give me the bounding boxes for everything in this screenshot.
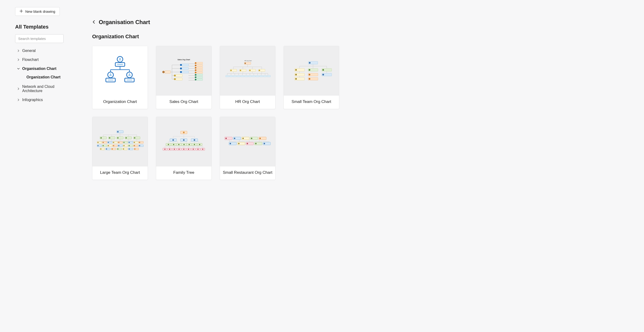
svg-rect-34 <box>196 67 203 69</box>
svg-point-135 <box>100 149 102 150</box>
svg-point-193 <box>242 138 244 139</box>
svg-point-157 <box>168 144 169 145</box>
svg-point-13 <box>129 73 130 75</box>
template-card-sales-org-chart[interactable]: Sales Org Chart <box>156 46 212 109</box>
svg-point-127 <box>124 145 125 146</box>
tree-subitem-organization-chart[interactable]: Organization Chart <box>15 73 78 82</box>
tree-item-network-cloud[interactable]: Network and Cloud Architecture <box>15 82 78 95</box>
svg-point-21 <box>180 67 182 69</box>
svg-point-109 <box>124 142 125 143</box>
svg-point-85 <box>309 78 310 80</box>
chevron-right-icon <box>17 98 20 101</box>
svg-point-155 <box>194 139 195 141</box>
svg-point-83 <box>295 78 297 80</box>
tree-item-flowchart[interactable]: Flowchart <box>15 55 78 64</box>
svg-point-39 <box>195 74 196 76</box>
plus-icon <box>20 9 23 13</box>
chevron-right-icon <box>17 49 20 52</box>
svg-point-89 <box>100 137 102 139</box>
tree-item-infographics[interactable]: Infographics <box>15 95 78 104</box>
svg-rect-67 <box>267 75 270 77</box>
svg-rect-57 <box>230 75 233 77</box>
svg-point-37 <box>195 72 196 73</box>
new-blank-button[interactable]: New blank drawing <box>15 7 60 16</box>
svg-point-117 <box>98 145 99 146</box>
template-card-organization-chart[interactable]: Organization Chart <box>92 46 148 109</box>
template-card-hr-org-chart[interactable]: HR Org Chart <box>220 46 276 109</box>
chevron-right-icon <box>17 87 20 90</box>
svg-point-179 <box>183 149 184 150</box>
svg-point-91 <box>109 137 110 139</box>
svg-rect-28 <box>176 78 182 80</box>
template-thumbnail <box>156 117 212 166</box>
svg-point-195 <box>251 138 252 139</box>
svg-point-167 <box>194 144 195 145</box>
search-input[interactable] <box>15 34 64 43</box>
svg-point-55 <box>259 70 260 71</box>
svg-rect-65 <box>260 75 263 77</box>
svg-point-139 <box>112 149 113 150</box>
template-card-small-team-org-chart[interactable]: Small Team Org Chart <box>284 46 339 109</box>
svg-point-205 <box>255 143 256 144</box>
svg-point-87 <box>117 131 118 132</box>
svg-point-41 <box>195 76 196 78</box>
svg-rect-60 <box>241 75 244 77</box>
svg-point-185 <box>198 149 199 150</box>
svg-point-49 <box>230 70 232 71</box>
chevron-down-icon <box>17 67 20 70</box>
section-title: Organization Chart <box>92 33 634 40</box>
svg-text:HR Org Chart: HR Org Chart <box>244 60 252 61</box>
svg-rect-7 <box>117 64 123 65</box>
svg-point-29 <box>195 62 196 64</box>
svg-point-161 <box>178 144 179 145</box>
svg-point-105 <box>113 142 114 143</box>
svg-point-183 <box>193 149 194 150</box>
svg-point-137 <box>106 149 107 150</box>
template-thumbnail <box>220 117 275 166</box>
svg-point-123 <box>113 145 114 146</box>
tree-item-label: Infographics <box>22 98 43 102</box>
tree-item-organisation-chart[interactable]: Organisation Chart <box>15 64 78 73</box>
svg-rect-66 <box>264 75 267 77</box>
template-label: Small Restaurant Org Chart <box>220 166 275 180</box>
svg-point-81 <box>322 74 324 75</box>
main-content: Organisation Chart Organization Chart <box>78 0 644 332</box>
svg-rect-36 <box>196 69 203 71</box>
svg-point-111 <box>129 142 130 143</box>
svg-rect-44 <box>196 79 203 80</box>
svg-point-147 <box>134 149 136 150</box>
svg-point-95 <box>126 137 127 139</box>
svg-point-173 <box>169 149 170 150</box>
template-label: HR Org Chart <box>220 96 275 109</box>
svg-point-101 <box>103 142 104 143</box>
breadcrumb-title: Organisation Chart <box>99 19 150 25</box>
breadcrumb[interactable]: Organisation Chart <box>92 19 150 25</box>
svg-point-99 <box>98 142 99 143</box>
new-blank-label: New blank drawing <box>25 9 55 13</box>
template-label: Large Team Org Chart <box>92 166 148 180</box>
svg-point-31 <box>195 65 196 66</box>
svg-rect-18 <box>165 71 170 73</box>
template-thumbnail <box>284 46 339 96</box>
svg-point-71 <box>295 69 297 71</box>
tree-item-label: Flowchart <box>22 58 38 62</box>
template-card-small-restaurant-org-chart[interactable]: Small Restaurant Org Chart <box>220 117 276 180</box>
svg-point-175 <box>174 149 175 150</box>
tree-item-general[interactable]: General <box>15 46 78 55</box>
template-card-large-team-org-chart[interactable]: Large Team Org Chart <box>92 117 148 180</box>
svg-point-93 <box>117 137 118 139</box>
back-chevron-icon <box>92 20 96 24</box>
tree-item-label: General <box>22 49 36 53</box>
template-card-family-tree[interactable]: Family Tree <box>156 117 212 180</box>
svg-rect-11 <box>108 80 114 80</box>
chevron-right-icon <box>17 58 20 61</box>
svg-point-75 <box>322 69 324 71</box>
svg-rect-22 <box>182 67 188 70</box>
svg-rect-63 <box>252 75 256 77</box>
svg-point-79 <box>309 74 310 75</box>
template-label: Small Team Org Chart <box>284 96 339 109</box>
svg-point-163 <box>183 144 184 145</box>
tree-subitem-label: Organization Chart <box>26 75 60 79</box>
category-tree: General Flowchart Organisation Chart Org… <box>15 46 78 104</box>
svg-point-129 <box>129 145 130 146</box>
